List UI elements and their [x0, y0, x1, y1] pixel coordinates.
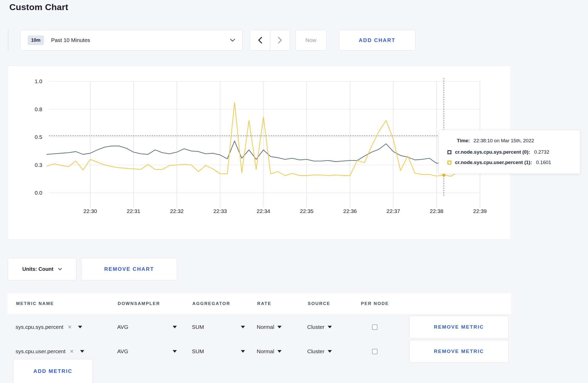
downsampler-value: AVG: [117, 324, 128, 330]
toolbar-divider: [8, 30, 8, 51]
header-aggregator: AGGREGATOR: [184, 301, 249, 306]
chevron-left-icon: [258, 37, 262, 44]
x-axis-tick-label: 22:35: [300, 208, 314, 214]
chart-tooltip: Time:22:38:10 on Mar 15th, 2022 cr.node.…: [438, 130, 580, 174]
next-time-button[interactable]: [270, 30, 290, 50]
source-dropdown[interactable]: Cluster: [307, 348, 332, 354]
chevron-down-icon: [58, 268, 62, 270]
rate-dropdown[interactable]: Normal: [257, 324, 282, 330]
caret-down-icon: [173, 350, 177, 353]
metric-name-dropdown[interactable]: sys.cpu.user.percent: [16, 348, 66, 354]
units-select[interactable]: Units: Count: [8, 258, 76, 280]
tooltip-series-name: cr.node.sys.cpu.user.percent (1):: [455, 160, 532, 165]
caret-down-icon: [328, 350, 332, 353]
source-dropdown[interactable]: Cluster: [307, 324, 332, 330]
caret-down-icon: [277, 326, 282, 328]
toolbar: 10m Past 10 Minutes Now ADD CHART: [8, 30, 415, 51]
x-axis-tick-label: 22:39: [473, 208, 487, 214]
downsampler-dropdown[interactable]: AVG: [117, 348, 177, 354]
metrics-table-header: METRIC NAME DOWNSAMPLER AGGREGATOR RATE …: [8, 294, 511, 314]
x-axis-tick-label: 22:32: [170, 208, 184, 214]
y-axis-tick-label: 0.3: [35, 162, 42, 168]
time-pager: [250, 30, 290, 51]
close-icon[interactable]: ✕: [67, 324, 72, 330]
aggregator-dropdown[interactable]: SUM: [192, 348, 245, 354]
aggregator-value: SUM: [192, 348, 204, 354]
y-axis-tick-label: 0.8: [35, 106, 42, 112]
chevron-down-icon: [230, 39, 235, 42]
aggregator-value: SUM: [192, 324, 204, 330]
x-axis-tick-label: 22:36: [343, 208, 357, 214]
chart-canvas[interactable]: 0.00.30.50.81.022:3022:3122:3222:3322:34…: [8, 66, 511, 240]
rate-value: Normal: [257, 324, 274, 330]
x-axis-tick-label: 22:33: [213, 208, 227, 214]
header-source: SOURCE: [299, 301, 353, 306]
x-axis-tick-label: 22:38: [430, 208, 444, 214]
caret-down-icon: [241, 350, 245, 353]
now-button[interactable]: Now: [295, 30, 326, 51]
y-axis-tick-label: 0.5: [35, 134, 42, 140]
caret-down-icon: [173, 326, 177, 328]
header-rate: RATE: [249, 301, 299, 306]
prev-time-button[interactable]: [250, 30, 270, 50]
tooltip-series-value: 0.1601: [536, 160, 551, 165]
caret-down-icon: [328, 326, 332, 328]
series-swatch-sys: [447, 150, 451, 154]
rate-value: Normal: [257, 348, 274, 354]
tooltip-time: Time:22:38:10 on Mar 15th, 2022: [457, 138, 571, 144]
x-axis-tick-label: 22:30: [83, 208, 97, 214]
remove-chart-button[interactable]: REMOVE CHART: [81, 258, 177, 280]
metric-name-value: sys.cpu.user.percent: [16, 348, 66, 354]
per-node-checkbox[interactable]: [372, 349, 377, 354]
remove-metric-button[interactable]: REMOVE METRIC: [409, 340, 509, 363]
metric-name-dropdown[interactable]: sys.cpu.sys.percent: [16, 324, 63, 330]
source-value: Cluster: [307, 348, 325, 354]
units-label: Units: Count: [22, 266, 53, 272]
tooltip-series-row: cr.node.sys.cpu.sys.percent (0): 0.2732: [447, 149, 571, 155]
tooltip-series-value: 0.2732: [534, 149, 549, 155]
add-metric-button[interactable]: ADD METRIC: [13, 359, 93, 383]
time-window-select[interactable]: 10m Past 10 Minutes: [20, 30, 243, 51]
downsampler-value: AVG: [117, 348, 128, 354]
tooltip-time-value: 22:38:10 on Mar 15th, 2022: [473, 138, 534, 143]
remove-metric-button[interactable]: REMOVE METRIC: [409, 316, 509, 338]
metric-name-value: sys.cpu.sys.percent: [16, 324, 63, 330]
caret-down-icon: [277, 350, 282, 353]
caret-down-icon[interactable]: [80, 350, 84, 353]
time-window-badge: 10m: [28, 36, 44, 45]
header-per-node: PER NODE: [353, 301, 397, 306]
chart-card: 0.00.30.50.81.022:3022:3122:3222:3322:34…: [8, 66, 511, 240]
add-chart-button[interactable]: ADD CHART: [339, 30, 415, 51]
tooltip-series-name: cr.node.sys.cpu.sys.percent (0):: [455, 149, 530, 155]
header-metric-name: METRIC NAME: [8, 301, 109, 306]
per-node-checkbox[interactable]: [372, 324, 377, 330]
close-icon[interactable]: ✕: [70, 348, 74, 354]
caret-down-icon: [241, 326, 245, 328]
x-axis-tick-label: 22:34: [257, 208, 270, 214]
caret-down-icon[interactable]: [78, 326, 82, 328]
tooltip-series-row: cr.node.sys.cpu.user.percent (1): 0.1601: [447, 160, 571, 165]
aggregator-dropdown[interactable]: SUM: [192, 324, 245, 330]
x-axis-tick-label: 22:31: [127, 208, 141, 214]
y-axis-tick-label: 0.0: [35, 190, 42, 196]
series-swatch-user: [447, 161, 451, 165]
tooltip-time-label: Time:: [457, 138, 470, 143]
source-value: Cluster: [307, 324, 325, 330]
page-title: Custom Chart: [9, 2, 68, 12]
rate-dropdown[interactable]: Normal: [257, 348, 282, 354]
y-axis-tick-label: 1.0: [35, 78, 42, 84]
header-downsampler: DOWNSAMPLER: [109, 301, 184, 306]
metrics-table-rows: sys.cpu.sys.percent ✕ AVG SUM Normal: [8, 316, 511, 364]
chevron-right-icon: [278, 37, 282, 44]
table-row: sys.cpu.sys.percent ✕ AVG SUM Normal: [8, 316, 511, 338]
time-window-label: Past 10 Minutes: [51, 37, 230, 43]
x-axis-tick-label: 22:37: [387, 208, 400, 214]
downsampler-dropdown[interactable]: AVG: [117, 324, 177, 330]
